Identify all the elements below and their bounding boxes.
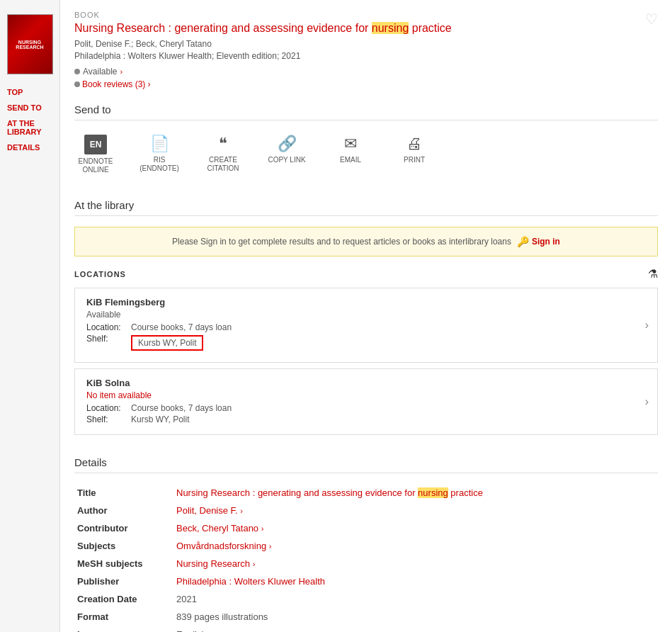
- contributor-link[interactable]: Beck, Cheryl Tatano: [176, 523, 258, 534]
- solna-arrow-icon[interactable]: ›: [645, 395, 649, 408]
- subjects-arrow-icon: ›: [269, 542, 272, 551]
- location-card-flemingsberg: KiB Flemingsberg Available Location: Cou…: [74, 288, 658, 363]
- link-icon: 🔗: [278, 135, 297, 153]
- book-cover: NURSINGRESEARCH: [7, 14, 53, 74]
- book-type-label: BOOK: [74, 11, 658, 19]
- detail-row-format: Format 839 pages illustrations: [74, 608, 658, 626]
- title-after-highlight: practice: [409, 22, 451, 34]
- detail-value-title: Nursing Research : generating and assess…: [173, 484, 658, 502]
- detail-value-subjects: Omvårdnadsforskning ›: [173, 537, 658, 555]
- detail-value-publisher: Philadelphia : Wolters Kluwer Health: [173, 572, 658, 590]
- author-arrow-icon: ›: [240, 507, 243, 515]
- signin-message: Please Sign in to get complete results a…: [172, 237, 511, 247]
- detail-label-publisher: Publisher: [74, 572, 173, 590]
- print-label: PRINT: [404, 156, 425, 164]
- solna-shelf: Shelf: Kursb WY, Polit: [86, 414, 632, 424]
- available-dot-icon: [74, 69, 80, 74]
- signin-icon: 🔑: [517, 236, 529, 247]
- mesh-link[interactable]: Nursing Research: [176, 558, 250, 569]
- detail-value-creation-date: 2021: [173, 590, 658, 608]
- citation-icon: ❝: [219, 135, 227, 153]
- detail-row-subjects: Subjects Omvårdnadsforskning ›: [74, 537, 658, 555]
- send-to-title: Send to: [74, 103, 658, 120]
- detail-value-format: 839 pages illustrations: [173, 608, 658, 626]
- email-button[interactable]: ✉ EMAIL: [329, 135, 372, 164]
- details-section: Details Title Nursing Research : generat…: [74, 456, 658, 632]
- ris-icon: 📄: [150, 135, 169, 153]
- endnote-online-button[interactable]: EN ENDNOTEONLINE: [74, 135, 117, 174]
- detail-label-title: Title: [74, 484, 173, 502]
- reviews-dot-icon: [74, 81, 80, 87]
- detail-value-contributor: Beck, Cheryl Tatano ›: [173, 519, 658, 537]
- title-highlight: nursing: [372, 22, 409, 34]
- contributor-arrow-icon: ›: [261, 524, 264, 533]
- print-button[interactable]: 🖨 PRINT: [393, 135, 435, 164]
- email-icon: ✉: [344, 135, 357, 153]
- favorite-button[interactable]: ♡: [645, 11, 658, 28]
- solna-status: No item available: [86, 390, 632, 400]
- detail-value-language: English: [173, 626, 658, 632]
- publisher-link[interactable]: Philadelphia : Wolters Kluwer Health: [176, 576, 325, 587]
- detail-row-mesh: MeSH subjects Nursing Research ›: [74, 555, 658, 572]
- author-link[interactable]: Polit, Denise F.: [176, 505, 238, 516]
- filter-icon[interactable]: ⚗: [648, 267, 658, 281]
- detail-row-author: Author Polit, Denise F. ›: [74, 502, 658, 519]
- endnote-label: ENDNOTEONLINE: [79, 157, 113, 174]
- send-to-section: Send to EN ENDNOTEONLINE 📄 RIS(ENDNOTE) …: [74, 103, 658, 178]
- details-table: Title Nursing Research : generating and …: [74, 484, 658, 632]
- copy-link-label: COPY LINK: [268, 156, 305, 164]
- sidebar: NURSINGRESEARCH TOP SEND TO AT THELIBRAR…: [0, 0, 60, 632]
- detail-label-format: Format: [74, 608, 173, 626]
- available-text: Available: [83, 67, 117, 77]
- shelf-highlight-box: Kursb WY, Polit: [131, 335, 203, 351]
- title-before-highlight: Nursing Research : generating and assess…: [74, 22, 372, 34]
- copy-link-button[interactable]: 🔗 COPY LINK: [266, 135, 308, 164]
- print-icon: 🖨: [406, 135, 422, 153]
- main-content: ♡ BOOK Nursing Research : generating and…: [60, 0, 672, 632]
- detail-value-author: Polit, Denise F. ›: [173, 502, 658, 519]
- sidebar-item-at-library[interactable]: AT THELIBRARY: [6, 116, 54, 139]
- signin-label: Sign in: [532, 237, 560, 247]
- locations-header: LOCATIONS ⚗: [74, 267, 658, 281]
- flemingsberg-arrow-icon[interactable]: ›: [645, 319, 649, 332]
- ris-label: RIS(ENDNOTE): [139, 156, 179, 173]
- details-title: Details: [74, 456, 658, 473]
- flemingsberg-location: Location: Course books, 7 days loan: [86, 322, 632, 332]
- subjects-link[interactable]: Omvårdnadsforskning: [176, 541, 266, 551]
- available-arrow-icon[interactable]: ›: [120, 67, 123, 76]
- reviews-arrow-icon: ›: [147, 79, 150, 89]
- ris-button[interactable]: 📄 RIS(ENDNOTE): [138, 135, 181, 173]
- detail-row-publisher: Publisher Philadelphia : Wolters Kluwer …: [74, 572, 658, 590]
- signin-link[interactable]: 🔑 Sign in: [517, 236, 560, 247]
- sidebar-item-send-to[interactable]: SEND TO: [6, 101, 54, 115]
- title-link[interactable]: Nursing Research : generating and assess…: [176, 487, 483, 498]
- solna-name: KiB Solna: [86, 378, 632, 388]
- sidebar-item-top[interactable]: TOP: [6, 85, 54, 99]
- endnote-icon: EN: [84, 135, 107, 154]
- book-title: Nursing Research : generating and assess…: [74, 22, 658, 35]
- flemingsberg-status: Available: [86, 310, 632, 320]
- flemingsberg-name: KiB Flemingsberg: [86, 297, 632, 307]
- book-publication: Philadelphia : Wolters Kluwer Health; El…: [74, 51, 658, 61]
- detail-label-language: Language: [74, 626, 173, 632]
- nursing-highlight: nursing: [418, 487, 448, 498]
- detail-row-title: Title Nursing Research : generating and …: [74, 484, 658, 502]
- location-card-solna: KiB Solna No item available Location: Co…: [74, 368, 658, 435]
- citation-label: CREATECITATION: [207, 156, 239, 173]
- book-authors: Polit, Denise F.; Beck, Cheryl Tatano: [74, 39, 658, 49]
- detail-label-author: Author: [74, 502, 173, 519]
- email-label: EMAIL: [340, 156, 361, 164]
- detail-row-creation-date: Creation Date 2021: [74, 590, 658, 608]
- sidebar-item-details[interactable]: DETAILS: [6, 140, 54, 154]
- create-citation-button[interactable]: ❝ CREATECITATION: [202, 135, 244, 173]
- at-library-section: At the library Please Sign in to get com…: [74, 199, 658, 435]
- book-reviews-link[interactable]: Book reviews (3) ›: [74, 79, 658, 89]
- available-badge: Available ›: [74, 67, 123, 77]
- locations-label: LOCATIONS: [74, 270, 126, 278]
- sidebar-navigation: TOP SEND TO AT THELIBRARY DETAILS: [0, 85, 59, 154]
- signin-banner: Please Sign in to get complete results a…: [74, 227, 658, 256]
- solna-location: Location: Course books, 7 days loan: [86, 403, 632, 413]
- detail-row-contributor: Contributor Beck, Cheryl Tatano ›: [74, 519, 658, 537]
- detail-label-mesh: MeSH subjects: [74, 555, 173, 572]
- availability-row: Available ›: [74, 67, 658, 77]
